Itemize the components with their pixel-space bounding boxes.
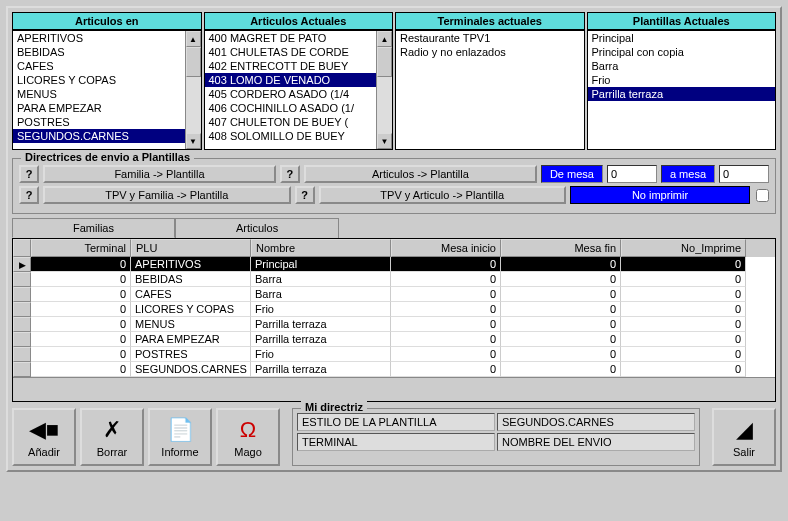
cell-no-imprime[interactable]: 0 — [621, 257, 746, 272]
list-item[interactable]: MENUS — [13, 87, 201, 101]
help-button[interactable]: ? — [295, 186, 315, 204]
cell-nombre[interactable]: Barra — [251, 287, 391, 302]
panel-templates-list[interactable]: PrincipalPrincipal con copiaBarraFrioPar… — [587, 30, 777, 150]
list-item[interactable]: Parrilla terraza — [588, 87, 776, 101]
col-nombre[interactable]: Nombre — [251, 239, 391, 257]
cell-terminal[interactable]: 0 — [31, 317, 131, 332]
table-row[interactable]: 0PARA EMPEZARParrilla terraza000 — [13, 332, 775, 347]
list-item[interactable]: Barra — [588, 59, 776, 73]
list-item[interactable]: APERITIVOS — [13, 31, 201, 45]
list-item[interactable]: LICORES Y COPAS — [13, 73, 201, 87]
articulos-plantilla-button[interactable]: Articulos -> Plantilla — [304, 165, 537, 183]
table-row[interactable]: 0MENUSParrilla terraza000 — [13, 317, 775, 332]
familia-plantilla-button[interactable]: Familia -> Plantilla — [43, 165, 276, 183]
table-row[interactable]: 0CAFESBarra000 — [13, 287, 775, 302]
cell-nombre[interactable]: Frio — [251, 347, 391, 362]
tpv-familia-plantilla-button[interactable]: TPV y Familia -> Plantilla — [43, 186, 291, 204]
table-row[interactable]: 0SEGUNDOS.CARNESParrilla terraza000 — [13, 362, 775, 377]
cell-plu[interactable]: SEGUNDOS.CARNES — [131, 362, 251, 377]
cell-nombre[interactable]: Frio — [251, 302, 391, 317]
cell-mesa-fin[interactable]: 0 — [501, 272, 621, 287]
cell-nombre[interactable]: Parrilla terraza — [251, 362, 391, 377]
cell-mesa-fin[interactable]: 0 — [501, 362, 621, 377]
grid-hscroll[interactable] — [13, 377, 775, 401]
scrollbar[interactable]: ▲▼ — [376, 31, 392, 149]
cell-mesa-fin[interactable]: 0 — [501, 317, 621, 332]
list-item[interactable]: SEGUNDOS.CARNES — [13, 129, 201, 143]
cell-mesa-inicio[interactable]: 0 — [391, 332, 501, 347]
cell-mesa-fin[interactable]: 0 — [501, 257, 621, 272]
list-item[interactable]: PARA EMPEZAR — [13, 101, 201, 115]
col-plu[interactable]: PLU — [131, 239, 251, 257]
cell-no-imprime[interactable]: 0 — [621, 332, 746, 347]
list-item[interactable]: Frio — [588, 73, 776, 87]
data-grid[interactable]: Terminal PLU Nombre Mesa inicio Mesa fin… — [12, 238, 776, 402]
cell-terminal[interactable]: 0 — [31, 257, 131, 272]
cell-mesa-inicio[interactable]: 0 — [391, 287, 501, 302]
cell-terminal[interactable]: 0 — [31, 272, 131, 287]
help-button[interactable]: ? — [19, 165, 39, 183]
list-item[interactable]: Restaurante TPV1 — [396, 31, 584, 45]
row-header[interactable] — [13, 332, 31, 347]
cell-mesa-inicio[interactable]: 0 — [391, 272, 501, 287]
row-header[interactable] — [13, 302, 31, 317]
cell-no-imprime[interactable]: 0 — [621, 347, 746, 362]
list-item[interactable]: 402 ENTRECOTT DE BUEY — [205, 59, 393, 73]
cell-mesa-inicio[interactable]: 0 — [391, 302, 501, 317]
cell-plu[interactable]: LICORES Y COPAS — [131, 302, 251, 317]
cell-no-imprime[interactable]: 0 — [621, 272, 746, 287]
table-row[interactable]: 0BEBIDASBarra000 — [13, 272, 775, 287]
cell-plu[interactable]: MENUS — [131, 317, 251, 332]
add-button[interactable]: ◀■ Añadir — [12, 408, 76, 466]
row-header[interactable] — [13, 272, 31, 287]
list-item[interactable]: Principal con copia — [588, 45, 776, 59]
scrollbar[interactable]: ▲▼ — [185, 31, 201, 149]
row-header[interactable]: ▶ — [13, 257, 31, 272]
row-header[interactable] — [13, 317, 31, 332]
cell-no-imprime[interactable]: 0 — [621, 287, 746, 302]
table-row[interactable]: 0LICORES Y COPASFrio000 — [13, 302, 775, 317]
no-imprimir-button[interactable]: No imprimir — [570, 186, 750, 204]
col-mesa-inicio[interactable]: Mesa inicio — [391, 239, 501, 257]
col-terminal[interactable]: Terminal — [31, 239, 131, 257]
scroll-thumb[interactable] — [377, 47, 392, 77]
list-item[interactable]: 401 CHULETAS DE CORDE — [205, 45, 393, 59]
cell-terminal[interactable]: 0 — [31, 362, 131, 377]
cell-plu[interactable]: APERITIVOS — [131, 257, 251, 272]
cell-terminal[interactable]: 0 — [31, 302, 131, 317]
list-item[interactable]: 406 COCHINILLO ASADO (1/ — [205, 101, 393, 115]
cell-terminal[interactable]: 0 — [31, 347, 131, 362]
cell-terminal[interactable]: 0 — [31, 332, 131, 347]
col-no-imprime[interactable]: No_Imprime — [621, 239, 746, 257]
cell-no-imprime[interactable]: 0 — [621, 302, 746, 317]
list-item[interactable]: CAFES — [13, 59, 201, 73]
cell-plu[interactable]: PARA EMPEZAR — [131, 332, 251, 347]
list-item[interactable]: Radio y no enlazados — [396, 45, 584, 59]
list-item[interactable]: 403 LOMO DE VENADO — [205, 73, 393, 87]
cell-mesa-inicio[interactable]: 0 — [391, 257, 501, 272]
scroll-up-icon[interactable]: ▲ — [377, 31, 392, 47]
report-button[interactable]: 📄 Informe — [148, 408, 212, 466]
cell-mesa-inicio[interactable]: 0 — [391, 362, 501, 377]
cell-no-imprime[interactable]: 0 — [621, 362, 746, 377]
help-button[interactable]: ? — [280, 165, 300, 183]
cell-plu[interactable]: CAFES — [131, 287, 251, 302]
tab-familias[interactable]: Familias — [12, 218, 175, 238]
cell-nombre[interactable]: Parrilla terraza — [251, 332, 391, 347]
row-header[interactable] — [13, 362, 31, 377]
tpv-articulo-plantilla-button[interactable]: TPV y Articulo -> Plantilla — [319, 186, 567, 204]
cell-mesa-fin[interactable]: 0 — [501, 332, 621, 347]
list-item[interactable]: BEBIDAS — [13, 45, 201, 59]
help-button[interactable]: ? — [19, 186, 39, 204]
cell-nombre[interactable]: Barra — [251, 272, 391, 287]
cell-mesa-inicio[interactable]: 0 — [391, 347, 501, 362]
cell-terminal[interactable]: 0 — [31, 287, 131, 302]
cell-nombre[interactable]: Parrilla terraza — [251, 317, 391, 332]
scroll-down-icon[interactable]: ▼ — [377, 133, 392, 149]
wizard-button[interactable]: Ω Mago — [216, 408, 280, 466]
cell-plu[interactable]: BEBIDAS — [131, 272, 251, 287]
a-mesa-input[interactable] — [719, 165, 769, 183]
cell-mesa-fin[interactable]: 0 — [501, 302, 621, 317]
cell-mesa-fin[interactable]: 0 — [501, 287, 621, 302]
table-row[interactable]: ▶0APERITIVOSPrincipal000 — [13, 257, 775, 272]
